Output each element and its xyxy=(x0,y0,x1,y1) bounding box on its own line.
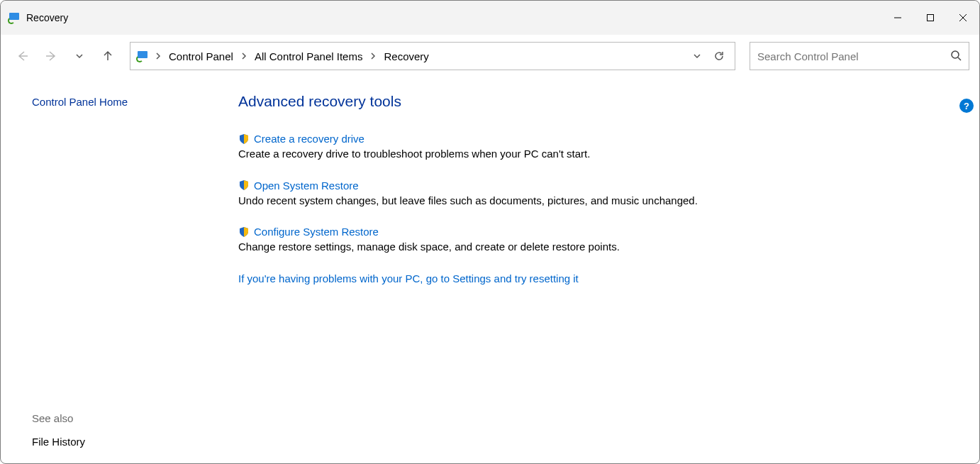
minimize-button[interactable] xyxy=(881,1,914,35)
nav-forward-button[interactable] xyxy=(39,44,63,68)
shield-icon xyxy=(238,179,250,191)
nav-up-button[interactable] xyxy=(96,44,120,68)
see-also-file-history-link[interactable]: File History xyxy=(32,434,210,449)
breadcrumb-item[interactable]: All Control Panel Items xyxy=(253,50,364,62)
content-area: Control Panel Home See also File History… xyxy=(1,77,979,463)
shield-icon xyxy=(238,133,250,145)
tool-open-system-restore: Open System Restore Undo recent system c… xyxy=(238,179,951,209)
recovery-window-icon xyxy=(8,11,21,24)
tool-link[interactable]: Open System Restore xyxy=(254,179,359,192)
svg-point-4 xyxy=(952,51,959,58)
search-icon[interactable] xyxy=(950,50,962,63)
see-also-heading: See also xyxy=(32,412,210,424)
toolbar: Control Panel All Control Panel Items Re… xyxy=(1,35,979,77)
sidebar: Control Panel Home See also File History xyxy=(1,77,210,463)
window-title: Recovery xyxy=(26,12,68,23)
svg-rect-1 xyxy=(928,15,934,21)
nav-back-button[interactable] xyxy=(11,44,35,68)
address-bar-icon xyxy=(136,50,149,62)
refresh-button[interactable] xyxy=(709,44,729,68)
tool-create-recovery-drive: Create a recovery drive Create a recover… xyxy=(238,133,951,162)
shield-icon xyxy=(238,226,250,238)
control-panel-home-link[interactable]: Control Panel Home xyxy=(32,93,210,111)
tool-description: Undo recent system changes, but leave fi… xyxy=(238,193,951,209)
search-box[interactable] xyxy=(750,42,969,70)
svg-line-5 xyxy=(958,57,961,60)
chevron-right-icon[interactable] xyxy=(153,51,163,62)
tool-link[interactable]: Configure System Restore xyxy=(254,226,379,238)
tool-description: Change restore settings, manage disk spa… xyxy=(238,239,951,255)
titlebar: Recovery xyxy=(1,1,979,35)
tool-description: Create a recovery drive to troubleshoot … xyxy=(238,146,951,162)
breadcrumb-item[interactable]: Recovery xyxy=(382,50,430,62)
reset-pc-link[interactable]: If you're having problems with your PC, … xyxy=(238,272,951,285)
recent-locations-button[interactable] xyxy=(67,44,91,68)
address-bar[interactable]: Control Panel All Control Panel Items Re… xyxy=(130,42,735,70)
chevron-right-icon[interactable] xyxy=(368,51,378,62)
breadcrumb-item[interactable]: Control Panel xyxy=(167,50,235,62)
close-button[interactable] xyxy=(947,1,979,35)
tool-link[interactable]: Create a recovery drive xyxy=(254,133,364,145)
maximize-button[interactable] xyxy=(914,1,947,35)
page-heading: Advanced recovery tools xyxy=(238,93,951,110)
chevron-down-icon[interactable] xyxy=(689,44,705,68)
search-input[interactable] xyxy=(757,50,950,62)
main-panel: Advanced recovery tools Create a recover… xyxy=(210,77,979,463)
chevron-right-icon[interactable] xyxy=(239,51,249,62)
tool-configure-system-restore: Configure System Restore Change restore … xyxy=(238,226,951,255)
